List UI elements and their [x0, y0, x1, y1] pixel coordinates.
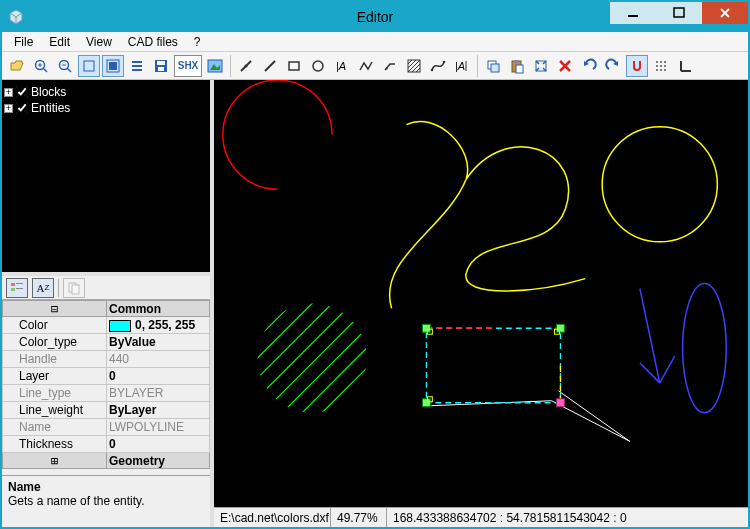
propgrid-category-geometry[interactable]: ⊞Geometry	[3, 453, 210, 469]
shape-arrow[interactable]	[640, 289, 675, 383]
svg-line-66	[214, 249, 347, 388]
draw-point-button[interactable]	[235, 55, 257, 77]
propgrid-alpha-button[interactable]: AZ	[32, 278, 54, 298]
propgrid-category-common[interactable]: ⊟Common	[3, 301, 210, 317]
expand-icon[interactable]	[4, 104, 13, 113]
svg-line-81	[640, 289, 660, 383]
svg-line-65	[218, 259, 357, 398]
zoom-in-button[interactable]	[30, 55, 52, 77]
open-button[interactable]	[6, 55, 28, 77]
toolbar: SHX |A |A	[2, 52, 748, 80]
status-bar: E:\cad.net\colors.dxf 49.77% 168.4333886…	[214, 507, 748, 527]
main-area: Blocks Entities AZ ⊟Common	[2, 80, 748, 527]
menu-cadfiles[interactable]: CAD files	[120, 33, 186, 51]
menu-file[interactable]: File	[6, 33, 41, 51]
status-coords: 168.433388634702 : 54.7815811543042 : 0	[387, 508, 748, 527]
shape-hatch[interactable]	[214, 249, 436, 477]
tree-checkbox[interactable]	[16, 102, 28, 114]
svg-point-46	[656, 65, 658, 67]
draw-leader-button[interactable]	[379, 55, 401, 77]
canvas-svg	[214, 80, 748, 507]
separator	[230, 55, 231, 77]
entity-tree[interactable]: Blocks Entities	[2, 80, 210, 272]
draw-polyline-button[interactable]	[355, 55, 377, 77]
shape-circle[interactable]	[602, 127, 717, 242]
menu-view[interactable]: View	[78, 33, 120, 51]
svg-line-11	[67, 68, 71, 72]
undo-button[interactable]	[578, 55, 600, 77]
fit-button[interactable]	[530, 55, 552, 77]
shx-button[interactable]: SHX	[174, 55, 202, 77]
svg-line-64	[228, 269, 367, 408]
svg-line-63	[258, 298, 397, 437]
color-swatch	[109, 320, 131, 332]
snap-button[interactable]	[626, 55, 648, 77]
image-button[interactable]	[204, 55, 226, 77]
svg-line-7	[43, 68, 47, 72]
expand-icon[interactable]	[4, 88, 13, 97]
menubar: File Edit View CAD files ?	[2, 32, 748, 52]
propgrid-pages-button[interactable]	[63, 278, 85, 298]
propgrid-help: Name Gets a name of the entity.	[2, 475, 210, 527]
ortho-button[interactable]	[674, 55, 696, 77]
propgrid-row-handle: Handle440	[3, 351, 210, 368]
paste-button[interactable]	[506, 55, 528, 77]
propgrid-row-thickness[interactable]: Thickness0	[3, 436, 210, 453]
svg-rect-76	[422, 399, 430, 407]
minimize-button[interactable]	[610, 2, 656, 24]
category-label: Common	[109, 302, 161, 316]
svg-point-49	[656, 69, 658, 71]
view-mode-a-button[interactable]	[78, 55, 100, 77]
svg-rect-77	[556, 399, 564, 407]
menu-edit[interactable]: Edit	[41, 33, 78, 51]
draw-rect-button[interactable]	[283, 55, 305, 77]
draw-mtext-button[interactable]: |A	[451, 55, 473, 77]
status-zoom: 49.77%	[331, 508, 387, 527]
draw-spline-button[interactable]	[427, 55, 449, 77]
property-grid[interactable]: ⊟Common Color0, 255, 255 Color_typeByVal…	[2, 300, 210, 475]
propgrid-row-colortype[interactable]: Color_typeByValue	[3, 334, 210, 351]
draw-circle-button[interactable]	[307, 55, 329, 77]
svg-point-48	[664, 65, 666, 67]
tree-checkbox[interactable]	[16, 86, 28, 98]
draw-line-button[interactable]	[259, 55, 281, 77]
svg-point-47	[660, 65, 662, 67]
layout-button[interactable]	[126, 55, 148, 77]
category-label: Geometry	[109, 454, 165, 468]
tree-item-blocks[interactable]: Blocks	[4, 84, 208, 100]
svg-line-70	[297, 338, 436, 477]
svg-text:|A: |A	[455, 60, 465, 72]
close-button[interactable]	[702, 2, 748, 24]
grid-button[interactable]	[650, 55, 672, 77]
tree-label: Entities	[31, 101, 70, 115]
shape-arc[interactable]	[223, 80, 332, 189]
titlebar[interactable]: Editor	[2, 2, 748, 32]
svg-rect-74	[422, 324, 430, 332]
left-panel: Blocks Entities AZ ⊟Common	[2, 80, 214, 527]
draw-text-button[interactable]: |A	[331, 55, 353, 77]
shape-selected-rect[interactable]	[422, 324, 564, 406]
svg-point-25	[313, 61, 323, 71]
svg-rect-18	[158, 67, 164, 71]
view-mode-b-button[interactable]	[102, 55, 124, 77]
delete-button[interactable]	[554, 55, 576, 77]
shape-polyline[interactable]	[431, 391, 630, 442]
svg-rect-2	[628, 15, 638, 17]
drawing-canvas[interactable]	[214, 80, 748, 507]
shape-spline[interactable]	[390, 121, 586, 308]
tree-item-entities[interactable]: Entities	[4, 100, 208, 116]
draw-hatch-button[interactable]	[403, 55, 425, 77]
zoom-out-button[interactable]	[54, 55, 76, 77]
menu-help[interactable]: ?	[186, 33, 209, 51]
shape-ellipse[interactable]	[683, 284, 727, 413]
propgrid-row-layer[interactable]: Layer0	[3, 368, 210, 385]
propgrid-categorized-button[interactable]	[6, 278, 28, 298]
redo-button[interactable]	[602, 55, 624, 77]
svg-point-22	[245, 64, 248, 67]
propgrid-row-lineweight[interactable]: Line_weightByLayer	[3, 402, 210, 419]
maximize-button[interactable]	[656, 2, 702, 24]
propgrid-row-color[interactable]: Color0, 255, 255	[3, 317, 210, 334]
copy-button[interactable]	[482, 55, 504, 77]
save-button[interactable]	[150, 55, 172, 77]
svg-line-68	[277, 318, 416, 457]
